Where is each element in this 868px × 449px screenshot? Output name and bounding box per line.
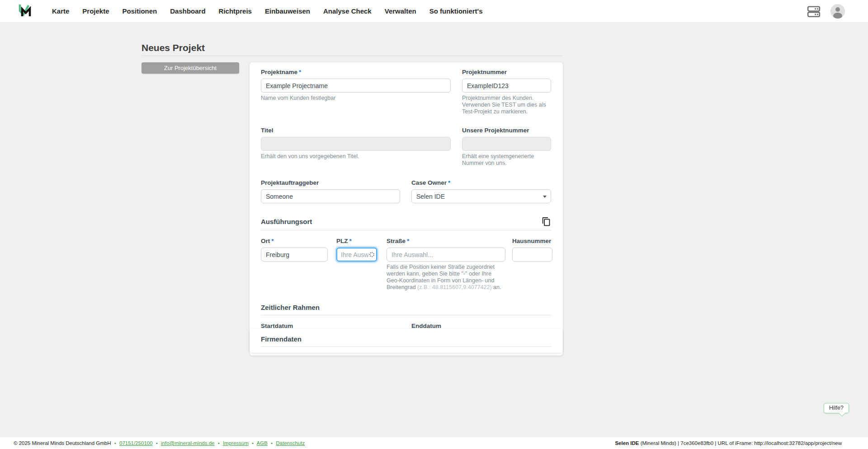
title-divider bbox=[142, 56, 563, 56]
ausfuehrungsort-divider bbox=[261, 230, 551, 230]
field-case-owner: Case Owner* Selen IDE bbox=[411, 179, 551, 203]
firmendaten-divider bbox=[261, 346, 551, 347]
enddatum-label: Enddatum bbox=[411, 323, 551, 329]
loading-spinner-icon bbox=[369, 252, 374, 257]
footer-link-datenschutz[interactable]: Datenschutz bbox=[276, 440, 305, 446]
avatar-icon[interactable] bbox=[830, 4, 845, 19]
titel-label: Titel bbox=[261, 127, 451, 134]
strasse-label: Straße* bbox=[387, 238, 505, 244]
projektname-label: Projektname* bbox=[261, 69, 451, 75]
nav-item-positionen[interactable]: Positionen bbox=[123, 7, 157, 15]
separator-dot bbox=[114, 440, 116, 446]
separator-dot bbox=[252, 440, 254, 446]
required-asterisk: * bbox=[271, 238, 274, 244]
ort-input[interactable] bbox=[261, 248, 328, 262]
hausnummer-label: Hausnummer bbox=[512, 238, 552, 244]
unsere-projektnummer-hint: Erhält eine systemgenerierte Nummer von … bbox=[462, 153, 551, 167]
footer-left: © 2025 Mineral Minds Deutschland GmbH 07… bbox=[14, 440, 305, 446]
firmendaten-card: Firmendaten bbox=[250, 329, 563, 353]
case-owner-label: Case Owner* bbox=[411, 179, 551, 186]
mineral-minds-logo-icon[interactable] bbox=[16, 2, 34, 20]
separator-dot bbox=[271, 440, 273, 446]
project-form-card: Projektname* Name vom Kunden festlegbar … bbox=[250, 62, 563, 355]
form-row-auftraggeber-owner: Projektauftraggeber Case Owner* Selen ID… bbox=[261, 179, 551, 203]
case-owner-select[interactable]: Selen IDE bbox=[411, 189, 551, 203]
ausfuehrungsort-section-header: Ausführungsort bbox=[261, 217, 551, 226]
nav-item-dashboard[interactable]: Dashboard bbox=[170, 7, 205, 15]
field-strasse: Straße* Falls die Position keiner Straße… bbox=[387, 238, 505, 291]
field-hausnummer: Hausnummer bbox=[512, 238, 552, 291]
top-navbar: Karte Projekte Positionen Dashboard Rich… bbox=[0, 0, 868, 23]
titel-input bbox=[261, 137, 451, 151]
page-title: Neues Projekt bbox=[142, 42, 205, 53]
startdatum-label: Startdatum bbox=[261, 323, 400, 329]
app-window: Karte Projekte Positionen Dashboard Rich… bbox=[0, 0, 868, 449]
ort-label: Ort* bbox=[261, 238, 328, 244]
strasse-input[interactable] bbox=[387, 248, 505, 262]
zeitlicher-rahmen-divider bbox=[261, 315, 551, 315]
unsere-projektnummer-label: Unsere Projektnummer bbox=[462, 127, 551, 134]
separator-dot bbox=[156, 440, 158, 446]
projektname-input[interactable] bbox=[261, 79, 451, 93]
strasse-hint: Falls die Position keiner Straße zugeord… bbox=[387, 264, 505, 291]
main-navigation: Karte Projekte Positionen Dashboard Rich… bbox=[52, 7, 483, 15]
page-footer: © 2025 Mineral Minds Deutschland GmbH 07… bbox=[0, 437, 868, 449]
plz-input-wrapper bbox=[336, 248, 377, 262]
field-plz: PLZ* bbox=[336, 238, 377, 291]
projektname-hint: Name vom Kunden festlegbar bbox=[261, 95, 451, 102]
projektnummer-input[interactable] bbox=[462, 79, 551, 93]
case-owner-selected-value: Selen IDE bbox=[416, 193, 445, 200]
nav-item-projekte[interactable]: Projekte bbox=[82, 7, 109, 15]
server-icon[interactable] bbox=[807, 5, 821, 18]
form-row-address: Ort* PLZ* Straße* Falls die Position kei… bbox=[261, 238, 551, 291]
footer-link-phone[interactable]: 07151/250100 bbox=[119, 440, 153, 446]
field-projektauftraggeber: Projektauftraggeber bbox=[261, 179, 400, 203]
nav-item-richtpreis[interactable]: Richtpreis bbox=[219, 7, 252, 15]
help-button[interactable]: Hilfe? bbox=[824, 403, 849, 413]
strasse-hint-example: (z.B.: 48.8115607,9.4077422) bbox=[417, 284, 491, 290]
nav-item-einbauweisen[interactable]: Einbauweisen bbox=[265, 7, 310, 15]
required-asterisk: * bbox=[407, 238, 409, 244]
footer-link-agb[interactable]: AGB bbox=[257, 440, 268, 446]
zeitlicher-rahmen-title: Zeitlicher Rahmen bbox=[261, 304, 320, 311]
footer-right: Selen IDE (Mineral Minds) | 7ce360e83fb0… bbox=[615, 440, 842, 446]
page-content: Neues Projekt Zur Projektübersicht Proje… bbox=[0, 23, 868, 437]
nav-item-karte[interactable]: Karte bbox=[52, 7, 69, 15]
footer-session-info: (Mineral Minds) | 7ce360e83fb0 | URL of … bbox=[639, 440, 842, 446]
projektnummer-hint: Projektnummer des Kunden. Verwenden Sie … bbox=[462, 95, 551, 115]
footer-session-user: Selen IDE bbox=[615, 440, 639, 446]
footer-link-email[interactable]: info@mineral-minds.de bbox=[161, 440, 214, 446]
required-asterisk: * bbox=[299, 69, 301, 75]
field-projektname: Projektname* Name vom Kunden festlegbar bbox=[261, 69, 451, 115]
projektauftraggeber-input[interactable] bbox=[261, 189, 400, 203]
field-unsere-projektnummer: Unsere Projektnummer Erhält eine systemg… bbox=[462, 127, 551, 167]
firmendaten-section-header: Firmendaten bbox=[261, 335, 551, 343]
field-ort: Ort* bbox=[261, 238, 328, 291]
unsere-projektnummer-input bbox=[462, 137, 551, 151]
plz-label: PLZ* bbox=[336, 238, 377, 244]
firmendaten-title: Firmendaten bbox=[261, 335, 302, 343]
field-titel: Titel Erhält den von uns vorgegebenen Ti… bbox=[261, 127, 451, 167]
form-row-name-number: Projektname* Name vom Kunden festlegbar … bbox=[261, 69, 551, 115]
hausnummer-input[interactable] bbox=[512, 248, 552, 262]
projektauftraggeber-label: Projektauftraggeber bbox=[261, 179, 400, 186]
copy-icon[interactable] bbox=[542, 217, 551, 226]
ausfuehrungsort-title: Ausführungsort bbox=[261, 218, 312, 225]
field-projektnummer: Projektnummer Projektnummer des Kunden. … bbox=[462, 69, 551, 115]
zeitlicher-rahmen-section-header: Zeitlicher Rahmen bbox=[261, 304, 551, 311]
separator-dot bbox=[218, 440, 220, 446]
nav-item-analyse-check[interactable]: Analyse Check bbox=[323, 7, 372, 15]
required-asterisk: * bbox=[448, 179, 450, 186]
back-to-project-overview-button[interactable]: Zur Projektübersicht bbox=[142, 62, 239, 74]
required-asterisk: * bbox=[349, 238, 352, 244]
footer-link-impressum[interactable]: Impressum bbox=[223, 440, 249, 446]
navbar-right-actions bbox=[807, 4, 868, 19]
copyright-text: © 2025 Mineral Minds Deutschland GmbH bbox=[14, 440, 111, 446]
nav-item-verwalten[interactable]: Verwalten bbox=[385, 7, 416, 15]
nav-item-so-funktionierts[interactable]: So funktioniert's bbox=[429, 7, 483, 15]
dropdown-arrow-icon bbox=[543, 196, 547, 198]
form-row-titel-nummer: Titel Erhält den von uns vorgegebenen Ti… bbox=[261, 127, 551, 167]
titel-hint: Erhält den von uns vorgegebenen Titel. bbox=[261, 153, 451, 160]
projektnummer-label: Projektnummer bbox=[462, 69, 551, 75]
